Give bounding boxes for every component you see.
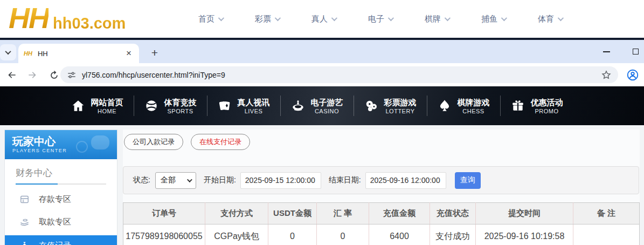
cell-order-no: 1757989198060055 (123, 224, 205, 245)
nav-item-sports[interactable]: 体育竞技SPORTS (134, 86, 207, 125)
minimize-icon[interactable] (603, 51, 610, 52)
col-usdt-amount: USDT金额 (268, 203, 317, 224)
top-nav-slots[interactable]: 电子 (352, 14, 408, 24)
top-nav-live[interactable]: 真人 (295, 14, 352, 24)
logo-domain-text: hh03.com (53, 15, 126, 32)
cell-remark (573, 224, 640, 245)
tab-company-deposit-records[interactable]: 公司入款记录 (124, 134, 183, 150)
browser-url-bar: yl756.com/hhcp/usercenter.html?iniType=9 (0, 63, 644, 86)
col-recharge-status: 充值状态 (430, 203, 476, 224)
cell-payment-method: CGPay钱包 (205, 224, 268, 245)
top-nav: 首页 彩票 真人 电子 棋牌 捕鱼 体育 (182, 0, 578, 38)
sidebar-item-withdraw[interactable]: 取款专区 (5, 210, 117, 233)
reload-icon (49, 70, 59, 80)
chevron-down-icon (388, 15, 394, 21)
withdraw-icon (19, 217, 30, 227)
sidebar-item-deposit[interactable]: 存款专区 (5, 188, 117, 210)
sidebar-menu: 存款专区 取款专区 充值记录 › (5, 188, 117, 245)
new-tab-button[interactable]: + (147, 45, 163, 61)
spade-icon (438, 99, 452, 113)
chevron-right-icon: › (106, 241, 109, 245)
forward-arrow-icon (27, 70, 38, 80)
tab-title: HH (38, 50, 124, 58)
cell-submit-time: 2025-09-16 10:19:58 (476, 224, 573, 245)
chevron-down-icon (187, 177, 192, 182)
section-underline (16, 183, 106, 185)
chevron-down-icon (558, 15, 564, 21)
deposit-icon (19, 194, 30, 205)
nav-item-lives[interactable]: 真人视讯LIVES (207, 86, 280, 125)
browser-tab[interactable]: HH HH × (18, 44, 139, 63)
playing-cards-icon (218, 99, 232, 113)
nav-item-chess[interactable]: 棋牌游戏CHESS (427, 86, 500, 125)
site-header: HH hh03.com 首页 彩票 真人 电子 棋牌 捕鱼 体育 (0, 0, 644, 38)
start-date-input[interactable] (240, 172, 321, 189)
table-header-row: 订单号 支付方式 USDT金额 汇 率 充值金额 充值状态 提交时间 备 注 (123, 203, 640, 224)
screen: HH hh03.com 首页 彩票 真人 电子 棋牌 捕鱼 体育 HH HH ×… (0, 0, 644, 245)
col-order-no: 订单号 (123, 203, 205, 224)
col-payment-method: 支付方式 (205, 203, 268, 224)
sports-ball-icon (144, 99, 158, 113)
sidebar-item-recharge-records[interactable]: 充值记录 › (5, 235, 117, 245)
cell-recharge-amount: 6400 (369, 224, 430, 245)
money-bag-icon (19, 241, 30, 245)
start-date-label: 开始日期: (204, 175, 236, 185)
record-tabs: 公司入款记录 在线支付记录 (124, 134, 250, 150)
profile-avatar-icon[interactable] (625, 67, 640, 83)
bookmark-star-icon[interactable] (601, 70, 612, 80)
status-select[interactable]: 全部 (155, 172, 196, 189)
col-exchange-rate: 汇 率 (317, 203, 369, 224)
col-submit-time: 提交时间 (476, 203, 573, 224)
url-text: yl756.com/hhcp/usercenter.html?iniType=9 (82, 71, 601, 79)
forward-button[interactable] (25, 67, 40, 83)
top-nav-chess[interactable]: 棋牌 (408, 14, 465, 24)
finance-center-heading: 财务中心 (5, 159, 117, 183)
chevron-down-icon (331, 15, 337, 21)
top-nav-sports[interactable]: 体育 (522, 14, 578, 24)
cell-exchange-rate: 0 (317, 224, 369, 245)
cell-recharge-status: 支付成功 (430, 224, 476, 245)
gift-icon (511, 99, 525, 113)
nav-item-casino[interactable]: 电子游艺CASINO (280, 86, 354, 125)
sidebar-header: 玩家中心 PLAYERS CENTER (5, 130, 117, 159)
players-center-sidebar: 玩家中心 PLAYERS CENTER 财务中心 存款专区 取款专区 充值记录 (4, 130, 117, 245)
back-button[interactable] (4, 67, 19, 83)
url-input[interactable]: yl756.com/hhcp/usercenter.html?iniType=9 (60, 66, 618, 83)
top-nav-lottery[interactable]: 彩票 (239, 14, 295, 24)
lottery-balls-icon (364, 99, 378, 113)
home-icon (71, 99, 85, 113)
browser-tab-strip: HH HH × + (0, 40, 644, 63)
search-button[interactable]: 查询 (455, 172, 481, 189)
chevron-down-icon (5, 49, 11, 55)
chevron-down-icon (218, 15, 224, 21)
end-date-input[interactable] (365, 172, 446, 189)
chevron-down-icon (445, 15, 451, 21)
filter-panel: 状态: 全部 开始日期: 结束日期: 查询 (123, 166, 639, 194)
back-arrow-icon (6, 70, 17, 80)
table-row: 1757989198060055 CGPay钱包 0 0 6400 支付成功 2… (123, 224, 640, 245)
maximize-icon[interactable] (633, 49, 639, 55)
logo-hh-text: HH (9, 1, 49, 35)
roulette-icon (291, 99, 305, 113)
nav-item-home[interactable]: 网站首页HOME (60, 86, 134, 125)
nav-item-lottery[interactable]: 彩票游戏LOTTERY (354, 86, 427, 125)
col-recharge-amount: 充值金额 (369, 203, 430, 224)
payment-records-table: 订单号 支付方式 USDT金额 汇 率 充值金额 充值状态 提交时间 备 注 1… (123, 202, 640, 245)
window-controls (603, 40, 639, 63)
site-settings-icon[interactable] (67, 70, 77, 80)
reload-button[interactable] (46, 67, 61, 83)
chevron-down-icon (501, 15, 507, 21)
site-main-nav: 网站首页HOME 体育竞技SPORTS 真人视讯LIVES 电子游艺CASINO… (0, 86, 644, 125)
close-tab-icon[interactable]: × (124, 48, 134, 59)
tab-search-button[interactable] (0, 44, 16, 60)
top-nav-home[interactable]: 首页 (182, 14, 239, 24)
tab-online-payment-records[interactable]: 在线支付记录 (191, 134, 250, 150)
site-logo[interactable]: HH hh03.com (9, 1, 126, 35)
status-label: 状态: (133, 175, 150, 185)
top-nav-fishing[interactable]: 捕鱼 (465, 14, 522, 24)
nav-item-promo[interactable]: 优惠活动PROMO (500, 86, 573, 125)
gamepad-icon (81, 133, 109, 152)
tab-favicon-icon: HH (24, 50, 32, 57)
page-body: 玩家中心 PLAYERS CENTER 财务中心 存款专区 取款专区 充值记录 (0, 125, 644, 245)
col-remark: 备 注 (573, 203, 640, 224)
